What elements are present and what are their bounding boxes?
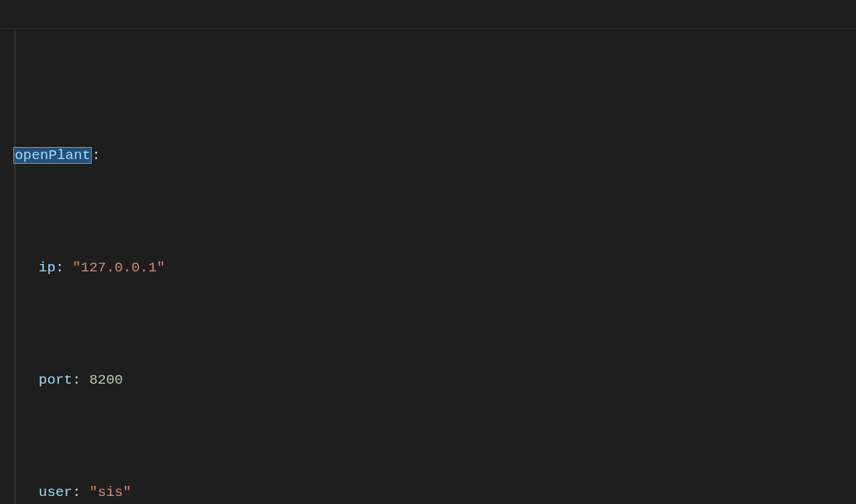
code-editor[interactable]: openPlant: ip: "127.0.0.1" port: 8200 us… <box>0 0 856 504</box>
colon: : <box>92 148 100 163</box>
yaml-key: user <box>39 485 72 500</box>
code-line[interactable]: ip: "127.0.0.1" <box>13 254 856 282</box>
editor-ruler <box>0 28 856 29</box>
code-line[interactable]: user: "sis" <box>13 479 856 504</box>
selected-word[interactable]: openPlant <box>13 147 92 164</box>
yaml-value: "sis" <box>89 485 131 500</box>
yaml-value: 8200 <box>89 372 122 388</box>
yaml-value: "127.0.0.1" <box>72 260 165 275</box>
yaml-key: port <box>39 372 72 388</box>
code-line[interactable]: openPlant: <box>13 142 856 170</box>
yaml-key: ip <box>39 260 56 275</box>
code-line[interactable]: port: 8200 <box>13 366 856 394</box>
